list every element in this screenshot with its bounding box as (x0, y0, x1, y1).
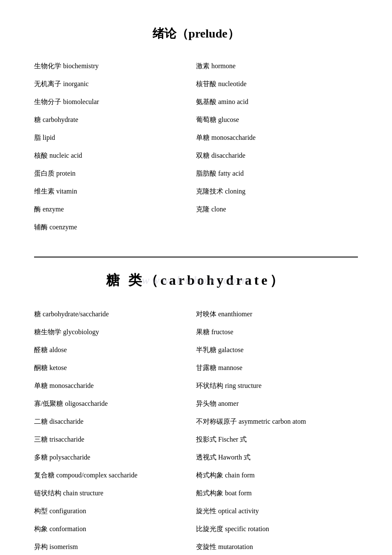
vocab-item: 椅式构象 chain form (196, 466, 358, 484)
vocab-item: 双糖 disaccharide (196, 147, 358, 165)
vocab-item: 透视式 Haworth 式 (196, 448, 358, 466)
vocab-item: 醛糖 aldose (34, 341, 196, 359)
vocab-item: 核酸 nucleic acid (34, 147, 196, 165)
vocab-item: 糖 carbohydrate (34, 111, 196, 129)
vocab-item: 脂肪酸 fatty acid (196, 165, 358, 182)
vocab-item: 酶 enzyme (34, 200, 196, 218)
vocab-item: 蛋白质 protein (34, 165, 196, 182)
vocab-item: 氨基酸 amino acid (196, 93, 358, 111)
section-title-prelude: 绪论（prelude） (34, 26, 358, 42)
vocab-item: 半乳糖 galactose (196, 341, 358, 359)
vocab-item: 寡/低聚糖 oligosaccharide (34, 395, 196, 413)
vocab-grid-prelude: 生物化学 biochemistry激素 hormone无机离子 inorgani… (34, 57, 358, 236)
vocab-item: 辅酶 coenzyme (34, 218, 196, 236)
section-prelude: 绪论（prelude）生物化学 biochemistry激素 hormone无机… (34, 26, 358, 236)
vocab-item: 复合糖 compoud/complex saccharide (34, 466, 196, 484)
vocab-item: 葡萄糖 glucose (196, 111, 358, 129)
vocab-item: 异构 isomerism (34, 538, 196, 555)
vocab-item: 构型 configuration (34, 502, 196, 520)
vocab-item: 构象 conformation (34, 520, 196, 538)
vocab-item: 生物化学 biochemistry (34, 57, 196, 75)
vocab-item: 异头物 anomer (196, 395, 358, 413)
vocab-item: 对映体 enanthiomer (196, 305, 358, 323)
vocab-item: 投影式 Fischer 式 (196, 431, 358, 448)
vocab-item: 酮糖 ketose (34, 359, 196, 377)
vocab-item: 激素 hormone (196, 57, 358, 75)
vocab-item: 单糖 monosaccharide (196, 129, 358, 147)
watermark: www.bubox.com (142, 274, 250, 287)
vocab-item: 克隆 clone (196, 200, 358, 218)
vocab-item: 船式构象 boat form (196, 484, 358, 502)
vocab-item: 不对称碳原子 asymmetric carbon atom (196, 413, 358, 431)
vocab-item: 链状结构 chain structure (34, 484, 196, 502)
vocab-grid-carbohydrate: 糖 carbohydrate/saccharide对映体 enanthiomer… (34, 305, 358, 555)
vocab-item: 糖生物学 glycobiology (34, 323, 196, 341)
vocab-item: 克隆技术 cloning (196, 182, 358, 200)
vocab-item: 核苷酸 nucleotide (196, 75, 358, 93)
section-title-carbohydrate: 糖 类（carbohydrate）www.bubox.com (34, 271, 358, 290)
vocab-item: 单糖 monosaccharide (34, 377, 196, 395)
vocab-item: 脂 lipid (34, 129, 196, 147)
vocab-item: 二糖 disaccharide (34, 413, 196, 431)
vocab-item: 比旋光度 specific rotation (196, 520, 358, 538)
vocab-item: 糖 carbohydrate/saccharide (34, 305, 196, 323)
vocab-item: 多糖 polysaccharide (34, 448, 196, 466)
section-divider (34, 257, 358, 257)
vocab-item (196, 218, 358, 236)
section-carbohydrate: 糖 类（carbohydrate）www.bubox.com糖 carbohyd… (34, 271, 358, 555)
vocab-item: 甘露糖 mannose (196, 359, 358, 377)
page-content: 绪论（prelude）生物化学 biochemistry激素 hormone无机… (34, 26, 358, 555)
vocab-item: 果糖 fructose (196, 323, 358, 341)
vocab-item: 维生素 vitamin (34, 182, 196, 200)
vocab-item: 变旋性 mutarotation (196, 538, 358, 555)
vocab-item: 三糖 trisaccharide (34, 431, 196, 448)
vocab-item: 环状结构 ring structure (196, 377, 358, 395)
vocab-item: 无机离子 inorganic (34, 75, 196, 93)
vocab-item: 旋光性 optical activity (196, 502, 358, 520)
vocab-item: 生物分子 biomolecular (34, 93, 196, 111)
